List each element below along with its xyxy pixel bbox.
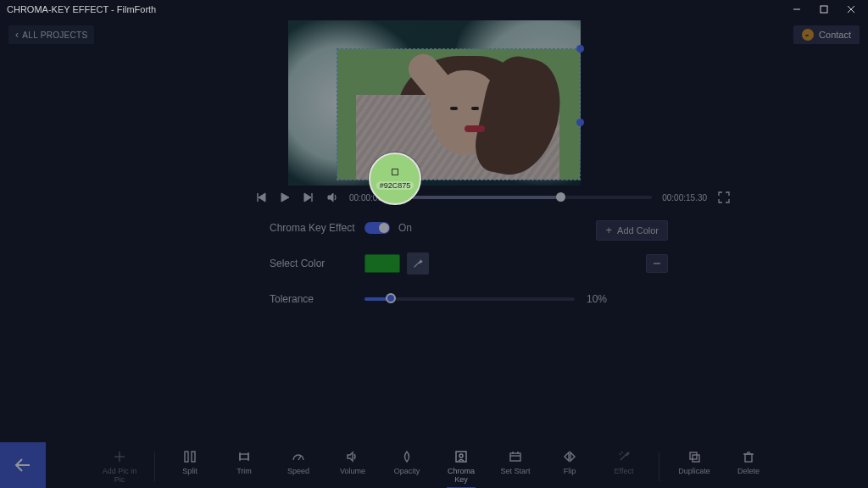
remove-color-button[interactable] <box>646 254 668 273</box>
contact-icon <box>802 29 814 41</box>
svg-marker-19 <box>348 452 353 461</box>
chroma-key-toggle[interactable] <box>364 222 390 234</box>
tool-split[interactable]: Split <box>170 450 209 475</box>
contact-label: Contact <box>819 30 851 40</box>
plus-icon <box>113 450 126 463</box>
svg-rect-28 <box>690 452 697 459</box>
tolerance-slider[interactable] <box>364 297 575 301</box>
tool-delete[interactable]: Delete <box>729 450 768 475</box>
tool-chroma-key[interactable]: Chroma Key <box>442 450 481 484</box>
tool-duplicate[interactable]: Duplicate <box>675 450 714 475</box>
tool-label: Delete <box>737 467 760 475</box>
window-title: CHROMA-KEY EFFECT - FilmForth <box>7 4 156 14</box>
play-button[interactable] <box>278 191 292 204</box>
chevron-left-icon: ‹ <box>15 29 19 41</box>
add-color-label: Add Color <box>617 225 659 236</box>
tool-set-start[interactable]: Set Start <box>496 450 535 475</box>
contact-button[interactable]: Contact <box>793 25 860 44</box>
svg-line-18 <box>298 456 301 460</box>
seek-bar[interactable] <box>392 196 652 199</box>
opacity-icon <box>400 450 414 463</box>
tool-label: Speed <box>287 467 309 475</box>
tool-opacity[interactable]: Opacity <box>387 450 426 475</box>
chroma-key-panel: Chroma Key Effect On + Add Color Select … <box>270 222 609 324</box>
sampler-hex-value: #92C875 <box>376 181 415 190</box>
minimize-button[interactable] <box>783 0 810 19</box>
tool-volume[interactable]: Volume <box>333 450 372 475</box>
all-projects-button[interactable]: ‹ ALL PROJECTS <box>8 25 94 44</box>
fullscreen-button[interactable] <box>717 191 731 204</box>
svg-marker-9 <box>328 193 333 202</box>
tool-label: Trim <box>236 467 252 475</box>
svg-marker-8 <box>304 193 311 202</box>
add-color-button[interactable]: + Add Color <box>596 220 668 241</box>
total-time: 00:00:15.30 <box>662 193 707 202</box>
color-sampler-loupe[interactable]: #92C875 <box>369 152 421 205</box>
set-start-icon <box>509 450 522 463</box>
trim-icon <box>237 450 251 463</box>
close-button[interactable] <box>837 0 865 19</box>
tool-trim[interactable]: Trim <box>225 450 264 475</box>
tolerance-value: 10% <box>587 293 607 305</box>
pip-overlay-frame[interactable] <box>337 48 581 180</box>
tool-label: Flip <box>564 467 576 475</box>
svg-rect-29 <box>693 455 699 462</box>
duplicate-icon <box>687 450 701 463</box>
resize-handle-mid-right[interactable] <box>576 119 584 126</box>
seek-thumb[interactable] <box>556 192 565 202</box>
tool-label: Split <box>182 467 198 475</box>
bottom-toolbar: Add Pic in Pic Split Trim Speed Volume O… <box>0 441 868 488</box>
back-button[interactable] <box>0 442 46 488</box>
svg-marker-6 <box>281 193 289 202</box>
volume-icon <box>346 450 359 463</box>
tool-label: Set Start <box>500 467 530 475</box>
sampler-crosshair-icon <box>392 169 398 175</box>
all-projects-label: ALL PROJECTS <box>22 30 87 40</box>
svg-rect-13 <box>185 452 188 462</box>
svg-point-21 <box>459 454 463 458</box>
volume-button[interactable] <box>326 191 339 204</box>
tool-add-pic-in-pic[interactable]: Add Pic in Pic <box>100 450 139 484</box>
svg-rect-17 <box>240 454 248 459</box>
eyedropper-button[interactable] <box>407 252 429 274</box>
select-color-label: Select Color <box>270 258 364 269</box>
plus-icon: + <box>605 224 612 236</box>
delete-icon <box>742 450 755 463</box>
chroma-key-effect-label: Chroma Key Effect <box>270 222 364 234</box>
pip-overlay-image <box>337 49 580 180</box>
svg-rect-22 <box>510 453 520 461</box>
svg-marker-26 <box>565 452 569 461</box>
flip-icon <box>563 450 576 463</box>
tolerance-slider-thumb[interactable] <box>386 293 396 303</box>
svg-rect-30 <box>745 454 752 462</box>
toggle-state-label: On <box>398 222 412 234</box>
svg-rect-1 <box>821 6 827 13</box>
arrow-left-icon <box>13 455 33 475</box>
resize-handle-top-right[interactable] <box>576 45 584 53</box>
titlebar: CHROMA-KEY EFFECT - FilmForth <box>0 0 868 19</box>
tool-label: Volume <box>340 467 365 475</box>
split-icon <box>183 450 197 463</box>
effect-icon <box>617 450 631 463</box>
tool-flip[interactable]: Flip <box>550 450 589 475</box>
chroma-key-icon <box>454 450 468 463</box>
prev-frame-button[interactable] <box>254 191 268 204</box>
svg-marker-5 <box>259 193 265 202</box>
tool-label: Duplicate <box>678 467 710 475</box>
window-buttons <box>783 0 865 19</box>
playback-bar: 00:00:09 00:00:15.30 <box>254 187 731 208</box>
svg-rect-14 <box>192 452 195 462</box>
tool-label: Chroma Key <box>442 467 481 484</box>
tool-label: Add Pic in Pic <box>100 467 139 484</box>
color-swatch[interactable] <box>364 254 400 273</box>
tool-speed[interactable]: Speed <box>279 450 318 475</box>
tool-effect[interactable]: Effect <box>604 450 643 475</box>
tool-label: Effect <box>615 467 634 475</box>
speed-icon <box>292 450 305 463</box>
video-preview[interactable] <box>288 20 581 186</box>
svg-marker-27 <box>570 452 575 461</box>
tolerance-label: Tolerance <box>270 293 364 305</box>
next-frame-button[interactable] <box>302 191 315 204</box>
maximize-button[interactable] <box>810 0 837 19</box>
tool-label: Opacity <box>394 467 420 475</box>
